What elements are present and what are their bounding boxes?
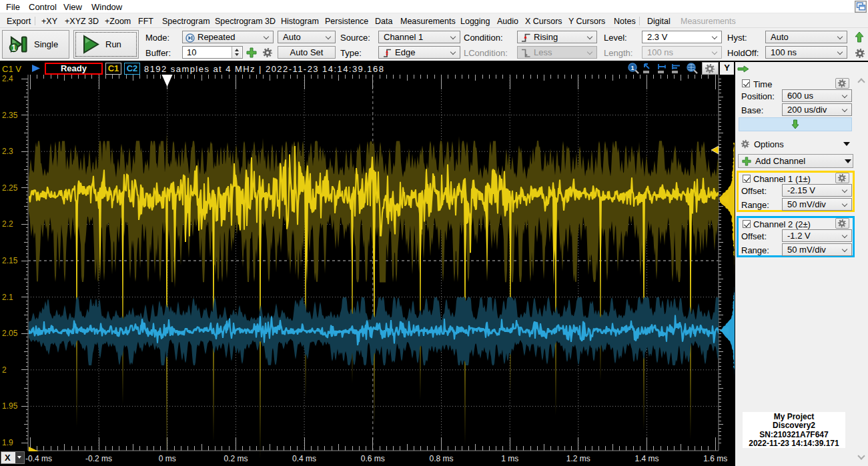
svg-text:2.15: 2.15 bbox=[2, 256, 18, 265]
svg-text:2.05: 2.05 bbox=[2, 329, 18, 338]
svg-text:2.4: 2.4 bbox=[2, 74, 13, 83]
svg-text:0.2 ms: 0.2 ms bbox=[224, 454, 248, 463]
svg-text:1 ms: 1 ms bbox=[501, 454, 518, 463]
svg-text:1.2 ms: 1.2 ms bbox=[566, 454, 590, 463]
svg-text:2.1: 2.1 bbox=[2, 293, 13, 302]
svg-text:1.9: 1.9 bbox=[2, 438, 13, 447]
svg-text:-0.2 ms: -0.2 ms bbox=[85, 454, 112, 463]
svg-text:-0.4 ms: -0.4 ms bbox=[25, 454, 52, 463]
svg-text:0.8 ms: 0.8 ms bbox=[429, 454, 453, 463]
svg-text:0.4 ms: 0.4 ms bbox=[292, 454, 316, 463]
svg-text:2: 2 bbox=[2, 365, 7, 375]
svg-text:1.4 ms: 1.4 ms bbox=[634, 454, 659, 463]
svg-text:1.95: 1.95 bbox=[2, 401, 18, 411]
svg-text:0 ms: 0 ms bbox=[159, 454, 176, 463]
svg-text:2.35: 2.35 bbox=[2, 111, 18, 120]
svg-text:1.6 ms: 1.6 ms bbox=[703, 454, 727, 463]
svg-text:1: 1 bbox=[11, 43, 16, 53]
svg-text:0.6 ms: 0.6 ms bbox=[361, 454, 385, 463]
svg-text:2.25: 2.25 bbox=[2, 183, 18, 193]
svg-text:2.3: 2.3 bbox=[2, 147, 13, 156]
svg-text:2.2: 2.2 bbox=[2, 219, 13, 229]
